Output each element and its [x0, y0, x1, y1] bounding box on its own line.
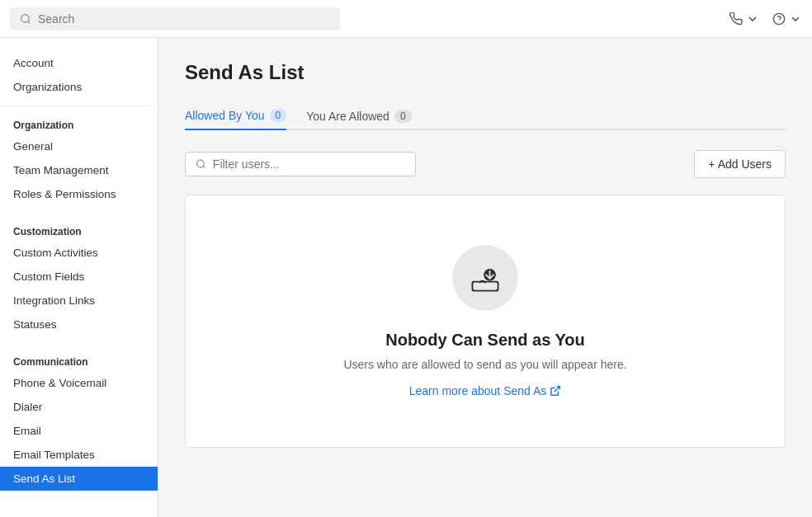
topbar-right — [729, 12, 802, 26]
sidebar-item-roles-permissions[interactable]: Roles & Permissions — [0, 182, 158, 206]
tab-allowed-by-you[interactable]: Allowed By You 0 — [185, 102, 286, 130]
help-icon — [772, 12, 786, 26]
tab-you-are-allowed[interactable]: You Are Allowed 0 — [306, 102, 411, 130]
empty-state-card: Nobody Can Send as You Users who are all… — [185, 195, 786, 448]
empty-state-icon-circle — [452, 245, 518, 311]
topbar — [0, 0, 812, 38]
sidebar-item-statuses[interactable]: Statuses — [0, 313, 158, 336]
tab-allowed-by-you-badge: 0 — [270, 109, 287, 122]
sidebar-item-email[interactable]: Email — [0, 419, 158, 443]
sidebar-section-title-communication: Communication — [0, 350, 158, 371]
search-box[interactable] — [10, 7, 340, 31]
svg-line-1 — [28, 21, 31, 23]
content-area: Send As List Allowed By You 0 You Are Al… — [158, 38, 812, 517]
sidebar-item-team-management[interactable]: Team Management — [0, 158, 158, 182]
phone-button[interactable] — [729, 12, 759, 26]
filter-users-input[interactable] — [213, 157, 405, 171]
search-input[interactable] — [38, 12, 330, 26]
empty-state-subtitle: Users who are allowed to send as you wil… — [343, 358, 626, 371]
sidebar-item-email-templates[interactable]: Email Templates — [0, 443, 158, 467]
svg-point-4 — [197, 160, 205, 167]
page-title: Send As List — [185, 61, 786, 84]
sidebar-item-custom-activities[interactable]: Custom Activities — [0, 241, 158, 265]
sidebar-item-send-as-list[interactable]: Send As List — [0, 467, 158, 491]
learn-more-label: Learn more about Send As — [409, 384, 547, 397]
sidebar-item-custom-fields[interactable]: Custom Fields — [0, 265, 158, 289]
sidebar-item-general[interactable]: General — [0, 134, 158, 158]
tabs: Allowed By You 0 You Are Allowed 0 — [185, 101, 786, 130]
svg-rect-7 — [473, 283, 497, 290]
sidebar-item-phone-voicemail[interactable]: Phone & Voicemail — [0, 371, 158, 395]
search-icon — [20, 13, 31, 25]
tab-you-are-allowed-badge: 0 — [394, 110, 412, 123]
sidebar-section-organization: Organization General Team Management Rol… — [0, 113, 158, 206]
phone-icon — [729, 12, 743, 26]
external-link-icon — [550, 385, 561, 397]
tab-allowed-by-you-label: Allowed By You — [185, 109, 265, 122]
help-button[interactable] — [772, 12, 802, 26]
main-layout: Account Organizations Organization Gener… — [0, 38, 812, 517]
svg-line-5 — [203, 166, 205, 167]
sidebar-item-account[interactable]: Account — [0, 51, 158, 75]
chevron-down-icon — [789, 12, 802, 26]
sidebar-section-title-customization: Customization — [0, 219, 158, 241]
sidebar-item-dialer[interactable]: Dialer — [0, 395, 158, 419]
svg-point-0 — [21, 14, 29, 21]
add-users-button[interactable]: + Add Users — [694, 150, 786, 178]
sidebar-section-title-organization: Organization — [0, 113, 158, 134]
filter-input-wrap[interactable] — [185, 152, 416, 176]
search-icon — [196, 158, 206, 170]
chevron-down-icon — [746, 12, 759, 26]
sidebar-item-organizations[interactable]: Organizations — [0, 75, 158, 99]
sidebar-item-integration-links[interactable]: Integration Links — [0, 289, 158, 313]
sidebar-section-customization: Customization Custom Activities Custom F… — [0, 219, 158, 336]
toolbar-row: + Add Users — [185, 150, 786, 178]
sidebar-section-communication: Communication Phone & Voicemail Dialer E… — [0, 350, 158, 491]
sidebar-top-section: Account Organizations — [0, 51, 158, 106]
learn-more-link[interactable]: Learn more about Send As — [409, 384, 562, 397]
empty-state-title: Nobody Can Send as You — [385, 331, 585, 350]
svg-line-9 — [555, 387, 559, 392]
sidebar: Account Organizations Organization Gener… — [0, 38, 158, 517]
tab-you-are-allowed-label: You Are Allowed — [306, 110, 389, 123]
